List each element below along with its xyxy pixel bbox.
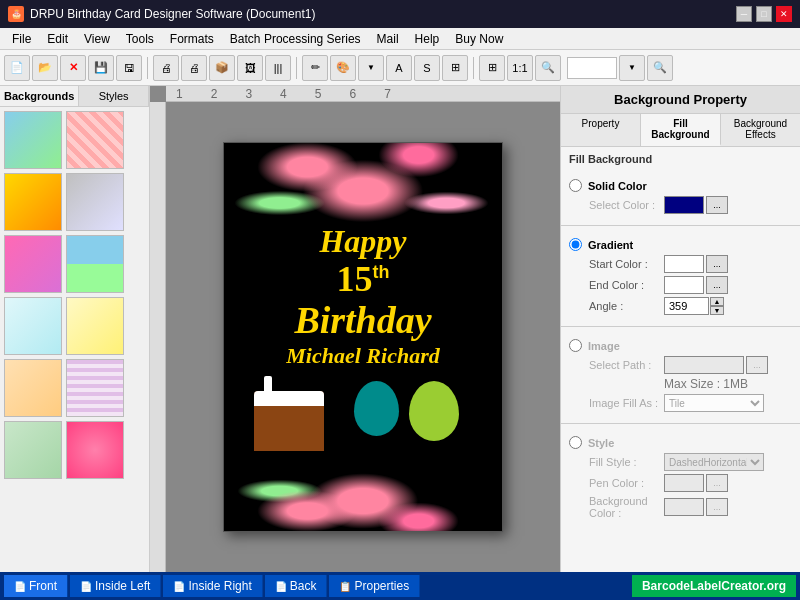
- tab-inside-left[interactable]: 📄 Inside Left: [70, 575, 161, 597]
- list-item[interactable]: [4, 359, 62, 417]
- tab-properties-label: Properties: [354, 579, 409, 593]
- menu-mail[interactable]: Mail: [369, 30, 407, 48]
- list-item[interactable]: [66, 421, 124, 479]
- tab-back[interactable]: 📄 Back: [265, 575, 328, 597]
- angle-down-button[interactable]: ▼: [710, 306, 724, 315]
- menu-formats[interactable]: Formats: [162, 30, 222, 48]
- color-button[interactable]: 🎨: [330, 55, 356, 81]
- angle-input[interactable]: [664, 297, 709, 315]
- left-panel: Backgrounds Styles: [0, 86, 150, 572]
- zoom-dropdown-button[interactable]: ▼: [619, 55, 645, 81]
- zoom-fit-button[interactable]: 1:1: [507, 55, 533, 81]
- tab-property[interactable]: Property: [561, 114, 641, 146]
- tab-front[interactable]: 📄 Front: [4, 575, 68, 597]
- divider-2: [561, 326, 800, 327]
- tab-background-effects[interactable]: Background Effects: [721, 114, 800, 146]
- fill-button[interactable]: ▼: [358, 55, 384, 81]
- bg-color-picker-button: ...: [706, 498, 728, 516]
- card-text-name: Michael Richard: [224, 343, 502, 369]
- image-fill-as-row: Image Fill As : Tile Stretch Center: [589, 394, 792, 412]
- save-as-button[interactable]: 🖫: [116, 55, 142, 81]
- menu-batch[interactable]: Batch Processing Series: [222, 30, 369, 48]
- tab-inside-right[interactable]: 📄 Inside Right: [163, 575, 262, 597]
- list-item[interactable]: [4, 297, 62, 355]
- open-button[interactable]: 📂: [32, 55, 58, 81]
- gradient-label: Gradient: [588, 239, 633, 251]
- barcode-button[interactable]: |||: [265, 55, 291, 81]
- new-button[interactable]: 📄: [4, 55, 30, 81]
- list-item[interactable]: [66, 173, 124, 231]
- start-color-box[interactable]: [664, 255, 704, 273]
- draw-button[interactable]: ✏: [302, 55, 328, 81]
- maximize-button[interactable]: □: [756, 6, 772, 22]
- list-item[interactable]: [66, 235, 124, 293]
- zoom-out-button[interactable]: 🔍: [647, 55, 673, 81]
- list-item[interactable]: [4, 111, 62, 169]
- image-radio[interactable]: [569, 339, 582, 352]
- fill-style-label: Fill Style :: [589, 456, 664, 468]
- menu-file[interactable]: File: [4, 30, 39, 48]
- list-item[interactable]: [4, 421, 62, 479]
- angle-spinner: ▲ ▼: [710, 297, 724, 315]
- start-color-picker-button[interactable]: ...: [706, 255, 728, 273]
- tab-styles[interactable]: Styles: [79, 86, 149, 106]
- angle-row: Angle : ▲ ▼: [589, 297, 792, 315]
- print2-button[interactable]: 🖨: [181, 55, 207, 81]
- card-text-birthday: Birthday: [224, 298, 502, 342]
- zoom-box: 150% ▼: [567, 55, 645, 81]
- zoom-in-button[interactable]: 🔍: [535, 55, 561, 81]
- style-radio[interactable]: [569, 436, 582, 449]
- solid-color-radio[interactable]: [569, 179, 582, 192]
- main-layout: Backgrounds Styles 1 2 3 4 5 6 7: [0, 86, 800, 572]
- menu-buynow[interactable]: Buy Now: [447, 30, 511, 48]
- tab-fill-background[interactable]: Fill Background: [641, 114, 721, 146]
- tab-properties[interactable]: 📋 Properties: [329, 575, 420, 597]
- image-fill-as-label: Image Fill As :: [589, 397, 664, 409]
- text-button[interactable]: A: [386, 55, 412, 81]
- bg-color-row: Background Color : ...: [589, 495, 792, 519]
- list-item[interactable]: [4, 235, 62, 293]
- canvas-area: 1 2 3 4 5 6 7 Happy 15th Birthday Michae…: [150, 86, 560, 572]
- wordart-button[interactable]: S: [414, 55, 440, 81]
- end-color-picker-button[interactable]: ...: [706, 276, 728, 294]
- design-card[interactable]: Happy 15th Birthday Michael Richard: [223, 142, 503, 532]
- zoom-input[interactable]: 150%: [567, 57, 617, 79]
- close-doc-button[interactable]: ✕: [60, 55, 86, 81]
- tab-front-label: Front: [29, 579, 57, 593]
- image-label: Image: [588, 340, 620, 352]
- list-item[interactable]: [66, 359, 124, 417]
- export-button[interactable]: 📦: [209, 55, 235, 81]
- grid-button[interactable]: ⊞: [479, 55, 505, 81]
- list-item[interactable]: [66, 297, 124, 355]
- list-item[interactable]: [66, 111, 124, 169]
- print-button[interactable]: 🖨: [153, 55, 179, 81]
- solid-color-picker-button[interactable]: ...: [706, 196, 728, 214]
- tab-inside-right-label: Inside Right: [188, 579, 251, 593]
- select-path-label: Select Path :: [589, 359, 664, 371]
- minimize-button[interactable]: ─: [736, 6, 752, 22]
- solid-color-box[interactable]: [664, 196, 704, 214]
- card-text-happy: Happy: [224, 223, 502, 260]
- select-path-row: Select Path : ...: [589, 356, 792, 374]
- angle-up-button[interactable]: ▲: [710, 297, 724, 306]
- window-controls: ─ □ ✕: [736, 6, 792, 22]
- style-label: Style: [588, 437, 614, 449]
- inside-right-icon: 📄: [173, 581, 185, 592]
- menu-edit[interactable]: Edit: [39, 30, 76, 48]
- table-button[interactable]: ⊞: [442, 55, 468, 81]
- image-button[interactable]: 🖼: [237, 55, 263, 81]
- menu-tools[interactable]: Tools: [118, 30, 162, 48]
- tab-backgrounds[interactable]: Backgrounds: [0, 86, 79, 106]
- close-button[interactable]: ✕: [776, 6, 792, 22]
- menu-help[interactable]: Help: [407, 30, 448, 48]
- toolbar-sep-1: [147, 57, 148, 79]
- save-button[interactable]: 💾: [88, 55, 114, 81]
- branding-label: BarcodeLabelCreator.org: [632, 575, 796, 597]
- solid-color-radio-row: Solid Color: [569, 179, 792, 192]
- menu-view[interactable]: View: [76, 30, 118, 48]
- list-item[interactable]: [4, 173, 62, 231]
- gradient-radio[interactable]: [569, 238, 582, 251]
- toolbar-sep-2: [296, 57, 297, 79]
- end-color-box[interactable]: [664, 276, 704, 294]
- start-color-label: Start Color :: [589, 258, 664, 270]
